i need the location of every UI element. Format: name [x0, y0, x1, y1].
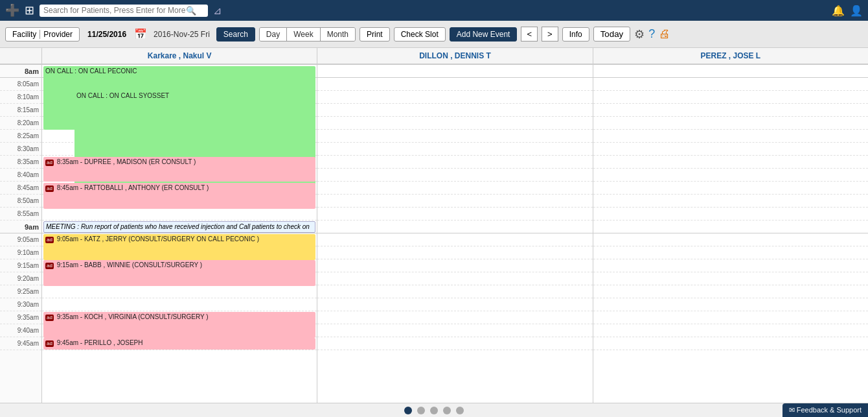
time-825: 8:25am [0, 130, 41, 143]
facility-button[interactable]: Facility [11, 30, 40, 39]
info-button[interactable]: Info [562, 27, 589, 42]
calendar-toolbar: Facility Provider 11/25/2016 📅 2016-Nov-… [0, 21, 868, 48]
month-view-button[interactable]: Month [321, 28, 355, 41]
time-gutter-header [0, 48, 42, 64]
week-view-button[interactable]: Week [287, 28, 320, 41]
prev-button[interactable]: < [521, 27, 538, 42]
provider-header-2: PEREZ , JOSE L [593, 48, 868, 64]
time-820: 8:20am [0, 117, 41, 130]
calendar-icon[interactable]: 📅 [134, 28, 147, 40]
provider-header-1: DILLON , DENNIS T [317, 48, 593, 64]
time-905: 9:05am [0, 233, 41, 246]
date-nav-display: 2016-Nov-25 Fri [151, 30, 212, 39]
search-button[interactable]: Search [216, 27, 255, 42]
current-date-display: 11/25/2016 [84, 30, 130, 39]
ad-badge: ad [45, 263, 54, 269]
ad-badge: ad [45, 185, 54, 192]
time-830: 8:30am [0, 143, 41, 156]
ad-badge: ad [45, 340, 54, 347]
ad-badge: ad [45, 237, 54, 243]
calendar-header: Karkare , Nakul V DILLON , DENNIS T PERE… [0, 48, 868, 65]
time-920: 9:20am [0, 272, 41, 285]
user-icon[interactable]: 👤 [850, 5, 863, 17]
time-945: 9:45am [0, 337, 41, 350]
provider-header-0: Karkare , Nakul V [42, 48, 317, 64]
provider-column-1 [317, 65, 593, 403]
time-8am: 8am [0, 65, 41, 78]
time-835: 8:35am [0, 156, 41, 169]
search-icon[interactable]: 🔍 [186, 6, 196, 16]
settings-icon[interactable]: ⚙ [634, 27, 645, 42]
event-meeting[interactable]: MEETING : Run report of patients who hav… [43, 221, 315, 233]
event-katz[interactable]: ad 9:05am - KATZ , JERRY (CONSULT/SURGER… [43, 234, 315, 260]
print-button[interactable]: Print [360, 27, 390, 42]
check-slot-button[interactable]: Check Slot [394, 27, 446, 42]
event-rattoballi[interactable]: ad 8:45am - RATTOBALLI , ANTHONY (ER CON… [43, 183, 315, 209]
time-915: 9:15am [0, 259, 41, 272]
time-815: 8:15am [0, 104, 41, 117]
time-935: 9:35am [0, 311, 41, 324]
help-icon[interactable]: ? [648, 27, 655, 41]
time-855: 8:55am [0, 208, 41, 220]
top-navigation: ➕ ⊞ 🔍 ⊿ 🔔 👤 [0, 0, 868, 21]
time-805: 8:05am [0, 78, 41, 91]
event-koch[interactable]: ad 9:35am - KOCH , VIRGINIA (CONSULT/SUR… [43, 312, 315, 338]
pagination-dot-5[interactable] [456, 407, 464, 414]
provider-button[interactable]: Provider [40, 30, 74, 39]
pagination-dot-2[interactable] [417, 407, 425, 414]
next-button[interactable]: > [542, 27, 558, 42]
pagination-dot-4[interactable] [443, 407, 451, 414]
search-bar: 🔍 [40, 5, 208, 17]
view-toggle-group: Day Week Month [259, 27, 356, 42]
pagination-dot-3[interactable] [430, 407, 438, 414]
provider-column-0: ON CALL : ON CALL PECONIC ON CALL : ON C… [42, 65, 317, 403]
feedback-button[interactable]: ✉ Feedback & Support [782, 403, 868, 417]
facility-provider-group: Facility Provider [5, 27, 80, 42]
grid-icon[interactable]: ⊞ [25, 3, 34, 18]
time-9am: 9am [0, 220, 41, 233]
event-perillo[interactable]: ad 9:45am - PERILLO , JOSEPH [43, 338, 315, 350]
today-button[interactable]: Today [593, 27, 631, 42]
time-840: 8:40am [0, 169, 41, 182]
print-icon[interactable]: 🖨 [659, 27, 670, 41]
patient-search-input[interactable] [43, 6, 186, 15]
provider-column-2 [593, 65, 868, 403]
day-view-button[interactable]: Day [260, 28, 287, 41]
time-925: 9:25am [0, 285, 41, 298]
time-850: 8:50am [0, 195, 41, 208]
event-dupree[interactable]: ad 8:35am - DUPREE , MADISON (ER CONSULT… [43, 157, 315, 182]
ad-badge: ad [45, 160, 54, 166]
add-icon[interactable]: ➕ [5, 3, 19, 18]
time-810: 8:10am [0, 91, 41, 104]
time-845: 8:45am [0, 182, 41, 195]
time-column: 8am 8:05am 8:10am 8:15am 8:20am 8:25am 8… [0, 65, 42, 403]
time-940: 9:40am [0, 324, 41, 337]
bell-icon[interactable]: 🔔 [832, 5, 845, 17]
add-event-button[interactable]: Add New Event [450, 27, 518, 42]
time-910: 9:10am [0, 246, 41, 259]
time-930: 9:30am [0, 298, 41, 311]
pagination-bar [0, 403, 868, 417]
pagination-dot-1[interactable] [404, 407, 412, 414]
event-babb[interactable]: ad 9:15am - BABB , WINNIE (CONSULT/SURGE… [43, 260, 315, 286]
ad-badge: ad [45, 315, 54, 321]
calendar-body: 8am 8:05am 8:10am 8:15am 8:20am 8:25am 8… [0, 65, 868, 403]
filter-icon[interactable]: ⊿ [213, 5, 222, 17]
calendar-container: Karkare , Nakul V DILLON , DENNIS T PERE… [0, 48, 868, 403]
